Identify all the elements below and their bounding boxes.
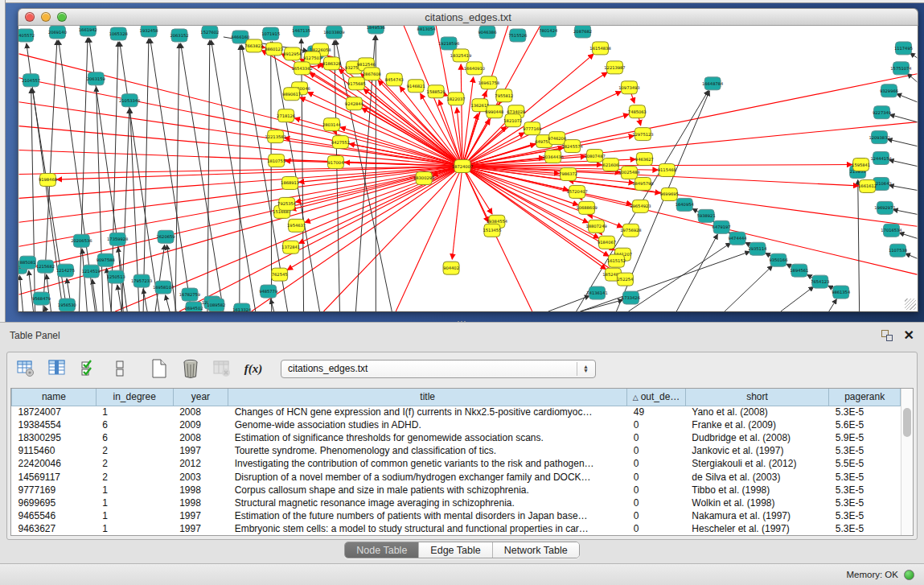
table-cell[interactable]: 2012 — [173, 457, 228, 470]
table-cell[interactable]: 2003 — [173, 470, 228, 483]
table-cell[interactable]: 1 — [96, 509, 173, 522]
network-node[interactable]: 2069140 — [48, 26, 67, 39]
network-node[interactable]: 1956530 — [58, 299, 76, 311]
network-node[interactable]: 12213987 — [604, 61, 625, 74]
network-node[interactable]: 9746206 — [548, 132, 566, 145]
network-node[interactable]: 885081 — [20, 256, 36, 269]
network-node[interactable]: 9242844 — [345, 97, 363, 110]
float-panel-icon[interactable] — [881, 330, 893, 341]
network-node[interactable]: 19756928 — [620, 224, 641, 237]
table-cell[interactable]: 2008 — [173, 431, 228, 444]
table-cell[interactable]: Disruption of a novel member of a sodium… — [228, 470, 627, 483]
network-node[interactable]: 16961758 — [478, 76, 499, 89]
network-node[interactable]: 10973493 — [618, 81, 639, 94]
table-cell[interactable]: de Silva et al. (2003) — [685, 470, 828, 483]
network-node[interactable]: 9890617 — [282, 88, 301, 101]
table-cell[interactable]: 9777169 — [12, 484, 97, 496]
network-node[interactable]: 8186328 — [322, 57, 341, 70]
network-node[interactable]: 2405572 — [18, 29, 35, 42]
table-cell[interactable]: 5.3E-5 — [829, 496, 901, 509]
table-row[interactable]: 911546021997Tourette syndrome. Phenomeno… — [12, 444, 901, 457]
network-node[interactable]: 16958107 — [153, 281, 174, 294]
table-row[interactable]: 946362711997Embryonic stem cells: a mode… — [12, 522, 901, 535]
network-node[interactable]: 9227349 — [873, 106, 891, 119]
tab-network-table[interactable]: Network Table — [493, 542, 579, 558]
table-cell[interactable]: 1 — [96, 496, 173, 509]
network-node[interactable]: 1117495 — [894, 42, 913, 55]
network-node[interactable]: 7485063 — [628, 105, 647, 118]
network-node[interactable]: 2694502 — [184, 302, 203, 311]
network-node[interactable]: 9146821 — [407, 80, 425, 93]
network-node[interactable]: 9699695 — [660, 187, 679, 200]
network-node[interactable]: 16782759 — [179, 288, 200, 301]
network-node[interactable]: 1595841 — [852, 159, 870, 171]
table-select-dropdown[interactable]: citations_edges.txt ▲▼ — [281, 360, 596, 378]
network-node[interactable]: 1868913 — [281, 176, 299, 189]
select-rows-checklist-button[interactable] — [78, 358, 99, 379]
network-node[interactable]: 1071915 — [261, 27, 280, 40]
network-node[interactable]: 15720407 — [566, 185, 587, 198]
network-node[interactable]: 1372841 — [281, 241, 300, 253]
network-node[interactable]: 1588520 — [427, 85, 446, 98]
table-cell[interactable]: Stergiakouli et al. (2012) — [685, 457, 828, 470]
network-node[interactable]: 9175685 — [347, 77, 366, 90]
table-cell[interactable]: 6 — [96, 418, 173, 431]
network-node[interactable]: 2718126 — [277, 109, 295, 122]
table-cell[interactable]: 1 — [96, 484, 173, 496]
network-node[interactable]: 18724007 — [452, 160, 473, 173]
table-cell[interactable]: Estimation of the future numbers of pati… — [228, 509, 627, 522]
table-cell[interactable]: Investigating the contribution of common… — [228, 457, 627, 470]
table-cell[interactable]: 5.3E-5 — [829, 484, 901, 496]
network-node[interactable]: 1214275 — [56, 264, 75, 277]
network-canvas[interactable]: 2405572206914016619421065328193245820631… — [18, 26, 918, 312]
network-node[interactable]: 18300295 — [413, 171, 434, 184]
network-node[interactable]: 1467135 — [292, 26, 310, 37]
table-cell[interactable]: 19384554 — [12, 418, 97, 431]
table-cell[interactable]: Hescheler et al. (1997) — [685, 522, 828, 535]
network-node[interactable]: 10807487 — [584, 150, 605, 163]
network-node[interactable]: 252254 — [617, 273, 633, 286]
table-cell[interactable]: 5.6E-5 — [829, 418, 901, 431]
network-node[interactable]: 18495798 — [632, 177, 653, 190]
network-node[interactable]: 2087682 — [573, 26, 592, 38]
table-cell[interactable]: 0 — [627, 484, 686, 496]
table-cell[interactable]: 5.3E-5 — [829, 444, 901, 457]
table-cell[interactable]: 1997 — [173, 444, 228, 457]
network-node[interactable]: 1822037 — [447, 93, 466, 105]
memory-status-indicator[interactable] — [904, 570, 914, 580]
table-cell[interactable]: 2008 — [173, 406, 228, 418]
network-node[interactable]: 18807249 — [585, 220, 606, 233]
network-node[interactable]: 9463627 — [635, 153, 654, 166]
network-node[interactable]: 1613324 — [232, 303, 251, 311]
table-cell[interactable]: Changes of HCN gene expression and I(f) … — [228, 406, 627, 418]
network-node[interactable]: 917004 — [327, 156, 343, 169]
network-node[interactable]: 17359928 — [107, 233, 128, 245]
network-node[interactable]: 7654123 — [811, 275, 829, 288]
table-cell[interactable]: Structural magnetic resonance image aver… — [228, 496, 627, 509]
network-node[interactable]: 12093832 — [869, 131, 889, 144]
table-cell[interactable]: 2 — [96, 470, 173, 483]
network-node[interactable]: 1215682 — [36, 260, 55, 273]
network-node[interactable]: 6479197 — [713, 220, 731, 233]
column-header-in_degree[interactable]: in_degree — [96, 389, 173, 406]
network-node[interactable]: 904402 — [443, 262, 459, 274]
network-node[interactable]: 16648784 — [702, 77, 723, 90]
network-node[interactable]: 12213583 — [265, 130, 286, 143]
network-node[interactable]: 18245574 — [561, 140, 582, 153]
tab-node-table[interactable]: Node Table — [345, 542, 419, 558]
column-header-name[interactable]: name — [12, 389, 97, 406]
network-node[interactable]: 7955812 — [495, 89, 513, 102]
canvas-resize-grip[interactable] — [905, 299, 916, 310]
new-table-button[interactable] — [149, 358, 170, 379]
table-cell[interactable]: 0 — [627, 496, 686, 509]
network-node[interactable]: 19218596 — [438, 37, 459, 50]
table-cell[interactable]: Franke et al. (2009) — [685, 418, 828, 431]
network-node[interactable]: 2620659 — [157, 230, 175, 243]
table-cell[interactable]: 9465546 — [12, 509, 97, 522]
network-node[interactable]: 5938921 — [697, 209, 716, 222]
network-node[interactable]: 1821072 — [503, 114, 522, 127]
table-cell[interactable]: 1 — [96, 522, 173, 535]
network-node[interactable]: 14136141 — [586, 286, 607, 299]
network-node[interactable]: 7986372 — [559, 168, 577, 181]
network-node[interactable]: 8912954 — [283, 47, 302, 60]
